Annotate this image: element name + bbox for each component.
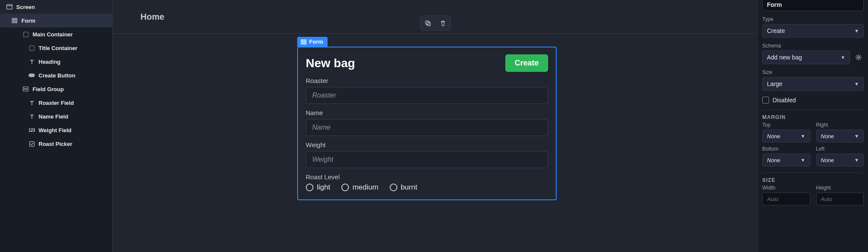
roaster-input[interactable]	[306, 87, 548, 104]
text-icon	[28, 113, 35, 120]
schema-label: Schema	[762, 43, 864, 49]
tree-item-title-container[interactable]: Title Container	[0, 41, 112, 55]
svg-rect-6	[29, 45, 34, 50]
tree-item-main-container[interactable]: Main Container	[0, 27, 112, 41]
chevron-down-icon: ▼	[854, 157, 859, 163]
field-weight: Weight	[306, 141, 548, 168]
svg-rect-14	[301, 42, 306, 43]
radio-icon	[390, 184, 397, 191]
margin-right-label: Right	[816, 122, 864, 128]
svg-rect-12	[427, 22, 430, 26]
gear-icon	[855, 54, 862, 61]
text-icon	[28, 58, 35, 65]
breadcrumb-home[interactable]: Home	[140, 12, 164, 22]
svg-rect-2	[12, 18, 17, 20]
svg-rect-9	[23, 89, 28, 91]
roast-option-label: burnt	[401, 183, 418, 192]
tree-item-screen[interactable]: Screen	[0, 0, 112, 14]
chevron-down-icon: ▼	[801, 133, 805, 139]
field-roaster: Roaster	[306, 77, 548, 104]
group-icon	[22, 86, 29, 92]
margin-right-value: None	[821, 133, 834, 139]
schema-settings-button[interactable]	[853, 52, 864, 62]
selection-tag[interactable]: Form	[297, 37, 328, 47]
margin-left-value: None	[821, 157, 834, 163]
form-icon	[11, 17, 18, 24]
selected-element-wrap: Form New bag Create Roaster Name Weight	[297, 37, 557, 200]
tree-item-roast-picker[interactable]: Roast Picker	[0, 137, 112, 151]
roast-option-medium[interactable]: medium	[341, 183, 378, 192]
tree-item-weight-field[interactable]: 123Weight Field	[0, 123, 112, 137]
chevron-down-icon: ▼	[854, 133, 859, 139]
margin-bottom-select[interactable]: None ▼	[762, 154, 810, 166]
margin-left-select[interactable]: None ▼	[816, 154, 864, 166]
tree-item-label: Weight Field	[39, 127, 72, 133]
field-label-roaster: Roaster	[306, 77, 548, 84]
chevron-down-icon: ▼	[854, 81, 859, 86]
disabled-checkbox[interactable]: Disabled	[762, 97, 864, 104]
roast-radio-group[interactable]: light medium burnt	[306, 183, 548, 192]
svg-rect-13	[301, 39, 306, 41]
disabled-label: Disabled	[773, 97, 796, 104]
type-label: Type	[762, 16, 864, 22]
svg-rect-0	[7, 5, 12, 9]
tree-item-create-button[interactable]: Create Button	[0, 68, 112, 82]
chevron-down-icon: ▼	[841, 55, 845, 60]
field-label-name: Name	[306, 109, 548, 116]
selection-toolbar	[420, 15, 451, 31]
tree-item-heading[interactable]: Heading	[0, 55, 112, 68]
tree-item-label: Roaster Field	[39, 100, 74, 106]
tree-item-field-group[interactable]: Field Group	[0, 82, 112, 96]
duplicate-button[interactable]	[421, 17, 434, 30]
margin-right-select[interactable]: None ▼	[816, 130, 864, 142]
weight-input[interactable]	[306, 151, 548, 168]
height-input[interactable]	[816, 193, 864, 205]
size-select[interactable]: Large ▼	[762, 77, 864, 91]
tree-item-name-field[interactable]: Name Field	[0, 110, 112, 123]
margin-top-value: None	[767, 133, 780, 139]
chevron-down-icon: ▼	[801, 157, 805, 163]
schema-select[interactable]: Add new bag ▼	[762, 50, 850, 64]
name-input[interactable]	[306, 119, 548, 136]
selection-tag-label: Form	[309, 39, 323, 45]
radio-icon	[306, 184, 313, 191]
form-icon	[301, 39, 307, 44]
svg-rect-5	[23, 32, 28, 36]
tree-item-label: Screen	[16, 4, 35, 10]
margin-bottom-value: None	[767, 157, 780, 163]
svg-point-16	[858, 56, 859, 58]
create-button[interactable]: Create	[505, 54, 548, 72]
schema-select-value: Add new bag	[767, 54, 802, 61]
tree-item-label: Roast Picker	[39, 141, 72, 147]
canvas[interactable]: Home	[113, 0, 758, 252]
radio-icon	[341, 184, 349, 191]
inspector-panel[interactable]: Type Create ▼ Schema Add new bag ▼ Size …	[758, 0, 868, 252]
field-label-weight: Weight	[306, 141, 548, 148]
trash-icon	[440, 20, 446, 27]
chevron-down-icon: ▼	[854, 28, 859, 33]
tree-item-form[interactable]: Form	[0, 14, 112, 27]
size-select-value: Large	[767, 80, 782, 87]
type-select[interactable]: Create ▼	[762, 24, 864, 38]
tree-item-label: Form	[21, 18, 36, 24]
margin-top-select[interactable]: None ▼	[762, 130, 810, 142]
tree-item-roaster-field[interactable]: Roaster Field	[0, 96, 112, 110]
roast-option-light[interactable]: light	[306, 183, 330, 192]
container-icon	[28, 44, 35, 51]
field-name: Name	[306, 109, 548, 136]
component-name-input[interactable]	[762, 0, 864, 11]
width-input[interactable]	[762, 193, 810, 205]
roast-option-burnt[interactable]: burnt	[390, 183, 418, 192]
margin-section-title: MARGIN	[762, 110, 864, 120]
form-card[interactable]: New bag Create Roaster Name Weight Roast…	[297, 47, 557, 200]
margin-left-label: Left	[816, 146, 864, 152]
width-label: Width	[762, 185, 810, 191]
component-tree[interactable]: ScreenFormMain ContainerTitle ContainerH…	[0, 0, 113, 252]
field-roast-level: Roast Level light medium burnt	[306, 173, 548, 192]
svg-rect-15	[301, 43, 306, 44]
height-label: Height	[816, 185, 864, 191]
tree-item-label: Title Container	[39, 45, 78, 51]
tree-item-label: Create Button	[39, 72, 75, 79]
button-icon	[28, 72, 35, 79]
delete-button[interactable]	[437, 17, 450, 30]
